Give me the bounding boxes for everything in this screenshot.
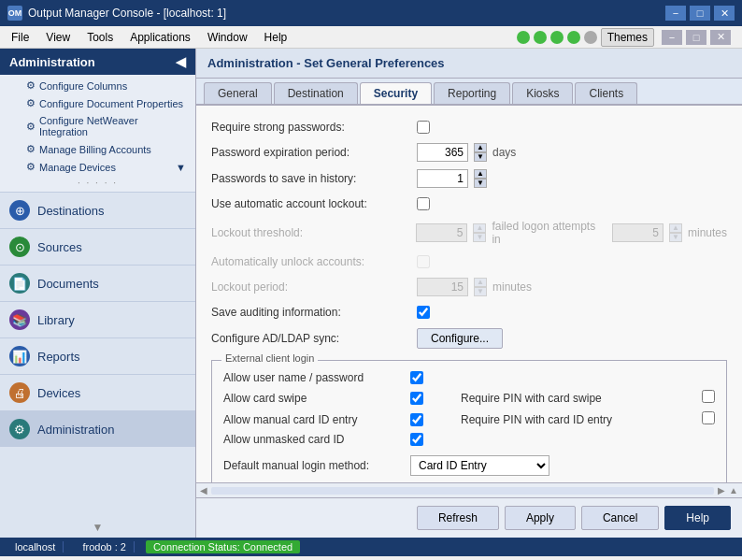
allow-card-swipe-right: Require PIN with card swipe xyxy=(461,390,715,406)
tab-security[interactable]: Security xyxy=(360,82,432,104)
tab-clients[interactable]: Clients xyxy=(575,82,637,104)
apply-button[interactable]: Apply xyxy=(505,506,576,530)
lockout-period-up[interactable]: ▲ xyxy=(474,278,487,287)
lockout-threshold-down[interactable]: ▼ xyxy=(473,233,486,242)
allow-manual-card-checkbox[interactable] xyxy=(410,413,423,426)
require-pin-swipe-label: Require PIN with card swipe xyxy=(461,392,602,405)
sidebar-item-library[interactable]: 📚 Library xyxy=(0,301,195,337)
sidebar-sub-configure-netweaver[interactable]: ⚙ Configure NetWeaver Integration xyxy=(0,112,195,140)
require-pin-swipe-check xyxy=(702,390,715,406)
menu-window[interactable]: Window xyxy=(200,29,255,46)
tab-general[interactable]: General xyxy=(204,82,272,104)
lockout-threshold-input[interactable] xyxy=(416,223,467,242)
sources-label: Sources xyxy=(37,240,82,254)
lockout-threshold-mid: failed logon attempts in xyxy=(492,220,606,246)
auto-unlock-checkbox[interactable] xyxy=(417,255,430,268)
sidebar-collapse-button[interactable]: ◀ xyxy=(176,54,186,69)
scroll-left-button[interactable]: ◀ xyxy=(200,485,207,495)
menu-tools[interactable]: Tools xyxy=(79,29,121,46)
password-expiration-down[interactable]: ▼ xyxy=(474,152,487,162)
sources-icon: ⊙ xyxy=(9,237,30,257)
menu-file[interactable]: File xyxy=(4,29,36,46)
require-pin-swipe-checkbox[interactable] xyxy=(702,390,715,403)
sidebar-item-destinations[interactable]: ⊕ Destinations xyxy=(0,192,195,228)
passwords-history-label: Passwords to save in history: xyxy=(211,172,417,185)
restore-button[interactable]: □ xyxy=(686,30,706,45)
scroll-right-button[interactable]: ▶ xyxy=(718,485,725,495)
passwords-history-up[interactable]: ▲ xyxy=(474,169,487,179)
password-expiration-value: ▲ ▼ days xyxy=(417,143,516,162)
close-button[interactable]: ✕ xyxy=(714,6,735,21)
save-audit-row: Save auditing information: xyxy=(211,300,727,324)
scroll-up-button[interactable]: ▲ xyxy=(729,485,738,495)
lockout-period-down[interactable]: ▼ xyxy=(474,287,487,296)
tab-destination[interactable]: Destination xyxy=(274,82,358,104)
form-area: Require strong passwords: Password expir… xyxy=(196,106,742,482)
sidebar-item-sources[interactable]: ⊙ Sources xyxy=(0,228,195,265)
allow-card-swipe-check xyxy=(410,392,423,405)
password-expiration-input[interactable] xyxy=(417,143,468,162)
sidebar-item-devicesNav[interactable]: 🖨 Devices xyxy=(0,374,195,410)
allow-card-swipe-row: Allow card swipe Require PIN with card s… xyxy=(223,387,715,409)
sidebar-sub-configure-columns[interactable]: ⚙ Configure Columns xyxy=(0,77,195,94)
sidebar-item-reports[interactable]: 📊 Reports xyxy=(0,337,195,374)
menu-bar: File View Tools Applications Window Help… xyxy=(0,26,742,49)
auto-unlock-row: Automatically unlock accounts: xyxy=(211,250,727,274)
lockout-period-row: Lockout period: ▲ ▼ minutes xyxy=(211,274,727,300)
sidebar-item-documents[interactable]: 📄 Documents xyxy=(0,265,195,301)
cancel-button[interactable]: Cancel xyxy=(581,506,659,530)
auto-lockout-checkbox[interactable] xyxy=(417,197,430,210)
reports-label: Reports xyxy=(37,350,80,364)
status-user: frodob : 2 xyxy=(75,541,134,553)
allow-card-swipe-checkbox[interactable] xyxy=(410,392,423,405)
menu-view[interactable]: View xyxy=(38,29,78,46)
allow-username-checkbox[interactable] xyxy=(410,371,423,384)
allow-manual-card-row: Allow manual card ID entry Require PIN w… xyxy=(223,409,715,430)
lockout-threshold-input2[interactable] xyxy=(612,223,664,242)
help-button[interactable]: Help xyxy=(664,506,731,530)
lockout-threshold-up2[interactable]: ▲ xyxy=(669,223,682,233)
documents-label: Documents xyxy=(37,277,99,291)
require-pin-cardid-label: Require PIN with card ID entry xyxy=(461,413,612,426)
passwords-history-input[interactable] xyxy=(417,169,468,188)
themes-button[interactable]: Themes xyxy=(601,28,654,47)
sidebar-sub-billing[interactable]: ⚙ Manage Billing Accounts xyxy=(0,140,195,158)
require-pin-cardid-checkbox[interactable] xyxy=(702,411,715,424)
refresh-button[interactable]: Refresh xyxy=(417,506,499,530)
lockout-threshold-spinners2: ▲ ▼ xyxy=(669,223,682,242)
sidebar-toggle-button[interactable]: − xyxy=(662,30,682,45)
allow-unmasked-label: Allow unmasked card ID xyxy=(223,433,410,446)
sidebar-title: Administration xyxy=(9,55,95,69)
tab-reporting[interactable]: Reporting xyxy=(434,82,510,104)
save-audit-checkbox[interactable] xyxy=(417,306,430,319)
password-expiration-up[interactable]: ▲ xyxy=(474,143,487,152)
sidebar-sub-items: ⚙ Configure Columns ⚙ Configure Document… xyxy=(0,75,195,192)
allow-username-check xyxy=(410,371,423,384)
save-audit-value xyxy=(417,306,430,319)
maximize-button[interactable]: □ xyxy=(690,6,710,21)
default-login-select[interactable]: Card ID Entry Username / Password xyxy=(410,455,549,476)
lockout-period-input[interactable] xyxy=(417,278,468,296)
lockout-threshold-down2[interactable]: ▼ xyxy=(669,233,682,242)
password-expiration-unit: days xyxy=(492,146,516,159)
tab-kiosks[interactable]: Kiosks xyxy=(512,82,573,104)
sidebar-item-administration[interactable]: ⚙ Administration xyxy=(0,410,195,447)
lockout-threshold-value: ▲ ▼ failed logon attempts in ▲ ▼ minutes xyxy=(416,220,727,246)
allow-unmasked-checkbox[interactable] xyxy=(410,433,423,446)
configure-adldap-button[interactable]: Configure... xyxy=(417,328,503,349)
sidebar-sub-configure-doc[interactable]: ⚙ Configure Document Properties xyxy=(0,94,195,112)
menu-help[interactable]: Help xyxy=(257,29,295,46)
panel-close-button[interactable]: ✕ xyxy=(710,30,731,45)
passwords-history-down[interactable]: ▼ xyxy=(474,179,487,188)
passwords-history-value: ▲ ▼ xyxy=(417,169,487,188)
menu-applications[interactable]: Applications xyxy=(122,29,198,46)
status-dot-2 xyxy=(534,31,547,44)
sidebar-dots: · · · · · xyxy=(0,176,195,190)
group-box-title: External client login xyxy=(221,352,318,364)
lockout-threshold-up[interactable]: ▲ xyxy=(473,223,486,233)
require-strong-passwords-checkbox[interactable] xyxy=(417,121,430,134)
minimize-button[interactable]: − xyxy=(665,6,686,21)
passwords-history-spinners: ▲ ▼ xyxy=(474,169,487,188)
documents-icon: 📄 xyxy=(9,273,30,294)
sidebar-sub-devices[interactable]: ⚙ Manage Devices ▼ xyxy=(0,158,195,176)
